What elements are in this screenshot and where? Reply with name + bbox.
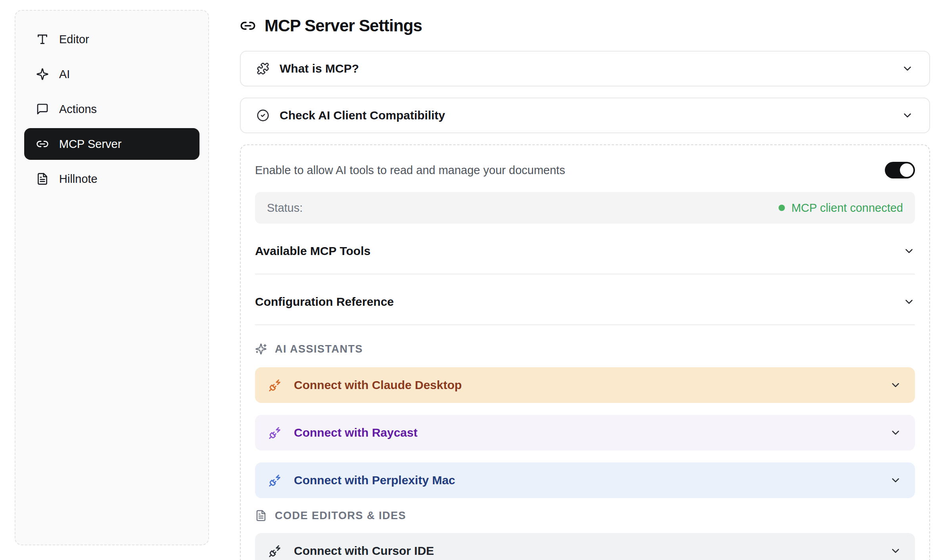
section-label: Configuration Reference: [255, 295, 394, 309]
sidebar-item-editor[interactable]: Editor: [24, 23, 199, 55]
page-header: MCP Server Settings: [240, 15, 930, 36]
status-value: MCP client connected: [779, 201, 903, 215]
connect-row-label: Connect with Claude Desktop: [294, 378, 878, 392]
connect-row-label: Connect with Cursor IDE: [294, 544, 878, 558]
connect-cursor-ide-row[interactable]: Connect with Cursor IDE: [255, 533, 915, 560]
group-heading-ai-assistants: AI ASSISTANTS: [255, 341, 915, 357]
sidebar-item-mcp-server[interactable]: MCP Server: [24, 128, 199, 160]
chevron-down-icon: [890, 545, 901, 557]
plug-zap-icon: [269, 378, 282, 392]
page-title: MCP Server Settings: [265, 16, 422, 35]
group-heading-label: AI ASSISTANTS: [275, 343, 363, 355]
status-row: Status: MCP client connected: [255, 192, 915, 224]
group-heading-code-editors: CODE EDITORS & IDES: [255, 508, 915, 524]
connect-perplexity-mac-row[interactable]: Connect with Perplexity Mac: [255, 462, 915, 498]
type-icon: [36, 33, 49, 46]
client-compatibility-panel[interactable]: Check AI Client Compatibility: [240, 98, 930, 133]
connect-row-label: Connect with Raycast: [294, 426, 878, 439]
sidebar-item-label: Editor: [59, 33, 89, 46]
sidebar-item-label: AI: [59, 68, 70, 81]
chevron-down-icon: [903, 245, 915, 257]
chevron-down-icon: [890, 474, 901, 486]
connect-raycast-row[interactable]: Connect with Raycast: [255, 415, 915, 451]
link-icon: [36, 138, 49, 150]
panel-label: What is MCP?: [280, 62, 891, 75]
status-label: Status:: [267, 201, 303, 215]
enable-description: Enable to allow AI tools to read and man…: [255, 164, 565, 177]
mcp-enable-toggle[interactable]: [885, 162, 915, 178]
file-text-icon: [255, 510, 267, 522]
sparkles-icon: [255, 343, 267, 355]
status-text: MCP client connected: [791, 201, 903, 215]
what-is-mcp-panel[interactable]: What is MCP?: [240, 51, 930, 86]
plug-zap-icon: [269, 426, 282, 439]
file-text-icon: [36, 173, 49, 185]
link-icon: [240, 18, 256, 34]
settings-sidebar: Editor AI Actions MCP Server Hillnote: [15, 10, 209, 545]
plug-zap-icon: [269, 544, 282, 558]
message-square-icon: [36, 103, 49, 115]
sidebar-item-label: Actions: [59, 103, 97, 116]
connect-claude-desktop-row[interactable]: Connect with Claude Desktop: [255, 367, 915, 403]
toggle-knob: [900, 163, 913, 177]
sidebar-item-label: Hillnote: [59, 173, 98, 186]
enable-row: Enable to allow AI tools to read and man…: [255, 159, 915, 182]
panel-label: Check AI Client Compatibility: [280, 109, 891, 122]
sidebar-item-actions[interactable]: Actions: [24, 93, 199, 125]
sidebar-item-hillnote[interactable]: Hillnote: [24, 163, 199, 195]
sidebar-item-label: MCP Server: [59, 138, 121, 151]
plug-zap-icon: [269, 474, 282, 487]
section-configuration-reference[interactable]: Configuration Reference: [255, 274, 915, 325]
chevron-down-icon: [901, 109, 913, 121]
chevron-down-icon: [890, 427, 901, 439]
connect-row-label: Connect with Perplexity Mac: [294, 474, 878, 487]
circle-check-icon: [257, 109, 269, 122]
status-dot-icon: [779, 205, 785, 211]
chevron-down-icon: [903, 296, 915, 308]
puzzle-icon: [257, 62, 269, 75]
section-available-mcp-tools[interactable]: Available MCP Tools: [255, 224, 915, 274]
chevron-down-icon: [890, 379, 901, 391]
sidebar-item-ai[interactable]: AI: [24, 58, 199, 90]
chevron-down-icon: [901, 63, 913, 75]
sparkle-icon: [36, 68, 49, 81]
mcp-server-card: Enable to allow AI tools to read and man…: [240, 144, 930, 560]
mcp-settings-page: Editor AI Actions MCP Server Hillnote: [0, 0, 936, 560]
section-label: Available MCP Tools: [255, 244, 370, 258]
group-heading-label: CODE EDITORS & IDES: [275, 510, 406, 522]
settings-main: MCP Server Settings What is MCP? Check A…: [240, 0, 930, 560]
